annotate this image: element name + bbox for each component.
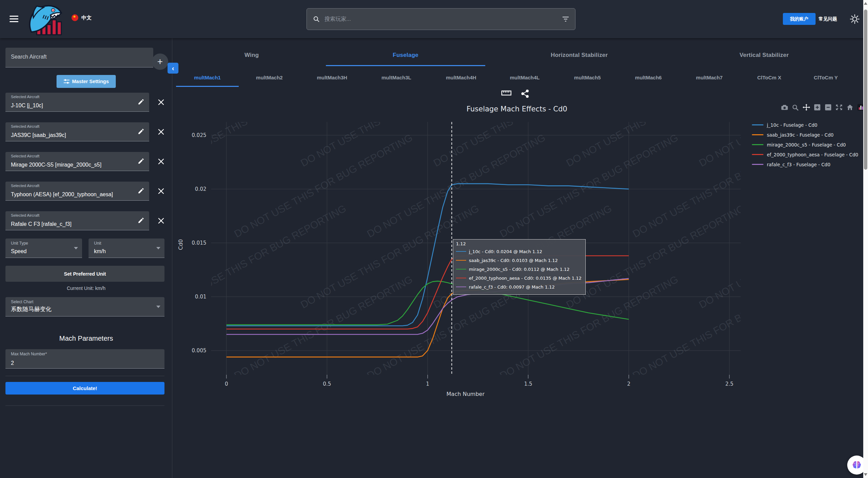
- legend-item-ef_2000_typhoon_aesa[interactable]: ef_2000_typhoon_aesa - Fuselage - Cd0: [752, 150, 858, 159]
- selected-aircraft-card[interactable]: Selected AircraftJ-10C [j_10c]: [5, 93, 149, 112]
- tooltip-swatch: [456, 260, 466, 261]
- legend-item-j_10c[interactable]: j_10c - Fuselage - Cd0: [752, 120, 858, 130]
- y-tick-label: 0.01: [195, 294, 206, 300]
- subtab-multmach7[interactable]: multMach7: [696, 75, 723, 80]
- remove-aircraft-button[interactable]: [156, 127, 166, 137]
- tooltip-text: mirage_2000c_s5 - Cd0: 0.0112 @ Mach 1.1…: [469, 267, 570, 272]
- theme-sun-icon[interactable]: [849, 14, 860, 25]
- download-camera-icon[interactable]: [781, 104, 788, 111]
- search-icon: [313, 16, 320, 22]
- hamburger-menu-icon[interactable]: [10, 16, 18, 23]
- unit-type-select[interactable]: Unit Type Speed: [5, 238, 82, 258]
- ruler-icon[interactable]: [501, 89, 511, 97]
- subtab-multmach6[interactable]: multMach6: [635, 75, 662, 80]
- y-tick-label: 0.005: [192, 348, 206, 354]
- active-subtab-underline: [176, 86, 239, 87]
- current-unit-text: Current Unit: km/h: [0, 286, 172, 291]
- legend-label: mirage_2000c_s5 - Fuselage - Cd0: [767, 142, 846, 148]
- remove-aircraft-button[interactable]: [156, 186, 166, 197]
- selected-aircraft-row: Selected AircraftTyphoon (AESA) [ef_2000…: [5, 182, 168, 201]
- chart-toolbar: [501, 89, 529, 98]
- reset-home-icon[interactable]: [846, 104, 854, 111]
- selected-aircraft-card[interactable]: Selected AircraftTyphoon (AESA) [ef_2000…: [5, 182, 149, 201]
- zoom-in-icon[interactable]: [814, 104, 821, 111]
- master-settings-label: Master Settings: [72, 79, 109, 84]
- tab-horizontal-stabilizer[interactable]: Horizontal Stabilizer: [551, 52, 608, 59]
- max-mach-label: Max Mach Number*: [11, 352, 47, 356]
- subtab-multmach1[interactable]: multMach1: [194, 75, 221, 80]
- subtab-multmach3h[interactable]: multMach3H: [317, 75, 347, 80]
- china-flag-icon: ★: [72, 14, 78, 21]
- subtab-multmach2[interactable]: multMach2: [256, 75, 283, 80]
- remove-aircraft-button[interactable]: [156, 216, 166, 226]
- legend-item-mirage_2000c_s5[interactable]: mirage_2000c_s5 - Fuselage - Cd0: [752, 140, 858, 150]
- zoom-select-icon[interactable]: [792, 104, 799, 111]
- pan-icon-active[interactable]: [803, 104, 810, 111]
- page-scrollbar[interactable]: [863, 0, 868, 478]
- unit-select[interactable]: Unit km/h: [89, 238, 164, 258]
- tooltip-row: j_10c - Cd0: 0.0204 @ Mach 1.12: [456, 247, 582, 256]
- scrollbar-thumb[interactable]: [864, 10, 867, 170]
- legend-item-rafale_c_f3[interactable]: rafale_c_f3 - Fuselage - Cd0: [752, 159, 858, 169]
- top-bar: ★ 中文 我的账户 常见问题: [0, 0, 868, 38]
- master-settings-button[interactable]: Master Settings: [57, 75, 116, 88]
- selected-aircraft-card[interactable]: Selected AircraftMirage 2000C-S5 [mirage…: [5, 152, 149, 171]
- chart-title: Fuselage Mach Effects - Cd0: [467, 105, 567, 113]
- set-preferred-unit-button[interactable]: Set Preferred Unit: [5, 266, 164, 282]
- legend-label: j_10c - Fuselage - Cd0: [767, 122, 817, 128]
- zoom-out-icon[interactable]: [824, 104, 832, 111]
- search-aircraft-field[interactable]: Search Aircraft: [5, 48, 153, 67]
- calculate-button[interactable]: Calculate!: [5, 382, 164, 395]
- close-icon: [157, 158, 165, 165]
- tooltip-text: j_10c - Cd0: 0.0204 @ Mach 1.12: [469, 249, 542, 254]
- selected-aircraft-card[interactable]: Selected AircraftJAS39C [saab_jas39c]: [5, 122, 149, 141]
- tab-vertical-stabilizer[interactable]: Vertical Stabilizer: [740, 52, 789, 59]
- add-aircraft-button[interactable]: +: [152, 53, 168, 70]
- subtab-multmach5[interactable]: multMach5: [574, 75, 601, 80]
- sidebar: Search Aircraft + ‹ Master Settings Sele…: [0, 38, 172, 478]
- subtab-cltocm-y[interactable]: ClToCm Y: [814, 75, 838, 80]
- subtab-multmach4h[interactable]: multMach4H: [446, 75, 476, 80]
- remove-aircraft-button[interactable]: [156, 157, 166, 167]
- edit-aircraft-button[interactable]: [136, 157, 146, 166]
- scroll-up-arrow-icon[interactable]: [864, 2, 867, 5]
- legend-item-saab_jas39c[interactable]: saab_jas39c - Fuselage - Cd0: [752, 130, 858, 140]
- tab-fuselage[interactable]: Fuselage: [393, 52, 418, 59]
- tooltip-swatch: [456, 269, 466, 270]
- subtab-multmach3l[interactable]: multMach3L: [381, 75, 411, 80]
- pencil-icon: [138, 128, 144, 135]
- y-tick-label: 0.025: [192, 132, 206, 138]
- unit-label: Unit: [94, 241, 101, 246]
- x-tick-label: 0: [225, 381, 228, 387]
- edit-aircraft-button[interactable]: [136, 97, 146, 107]
- shark-logo: [27, 1, 67, 37]
- edit-aircraft-button[interactable]: [136, 127, 146, 137]
- player-search-bar: [306, 8, 575, 30]
- subtab-cltocm-x[interactable]: ClToCm X: [757, 75, 782, 80]
- sidebar-collapse-button[interactable]: ‹: [168, 63, 178, 74]
- max-mach-input[interactable]: [11, 360, 154, 366]
- tooltip-row: rafale_c_f3 - Cd0: 0.0097 @ Mach 1.12: [456, 282, 582, 291]
- player-search-input[interactable]: [325, 16, 562, 22]
- subtab-multmach4l[interactable]: multMach4L: [510, 75, 540, 80]
- selected-aircraft-card[interactable]: Selected AircraftRafale C F3 [rafale_c_f…: [5, 211, 149, 230]
- tab-wing[interactable]: Wing: [244, 52, 259, 59]
- my-account-button[interactable]: 我的账户: [783, 13, 816, 25]
- autoscale-icon[interactable]: [835, 104, 843, 111]
- x-tick-label: 1.5: [524, 381, 532, 387]
- remove-aircraft-button[interactable]: [156, 97, 166, 108]
- tooltip-row: saab_jas39c - Cd0: 0.0103 @ Mach 1.12: [456, 256, 582, 265]
- faq-button[interactable]: 常见问题: [819, 13, 837, 25]
- select-chart-dropdown[interactable]: Select Chart 系数随马赫变化: [5, 297, 164, 317]
- share-icon[interactable]: [521, 89, 529, 98]
- chevron-down-icon: [156, 247, 160, 249]
- edit-aircraft-button[interactable]: [136, 186, 146, 196]
- scroll-down-arrow-icon[interactable]: [864, 473, 867, 476]
- select-chart-label: Select Chart: [11, 299, 33, 304]
- tooltip-swatch: [456, 287, 466, 288]
- filter-icon[interactable]: [562, 16, 569, 22]
- edit-aircraft-button[interactable]: [136, 216, 146, 226]
- unit-type-value: Speed: [11, 248, 27, 255]
- language-selector[interactable]: ★ 中文: [72, 14, 92, 21]
- app-root: ★ 中文 我的账户 常见问题: [0, 0, 868, 478]
